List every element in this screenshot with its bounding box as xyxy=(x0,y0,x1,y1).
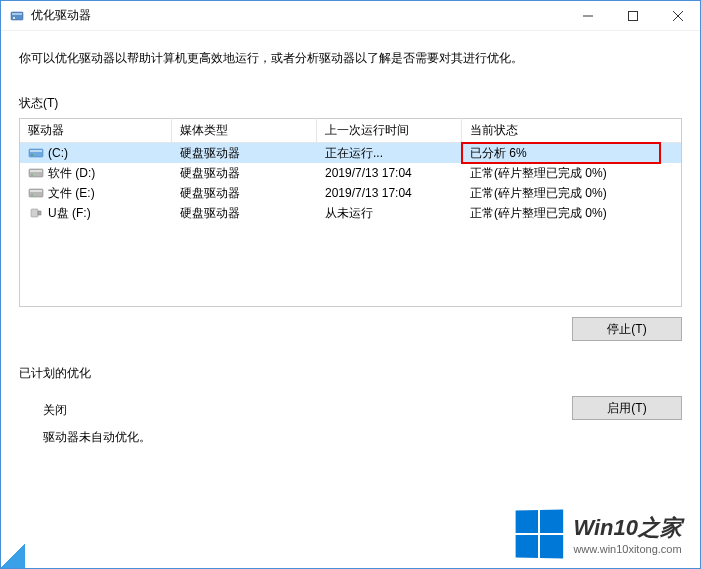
drive-name: U盘 (F:) xyxy=(48,205,91,222)
drive-row[interactable]: (C:)硬盘驱动器正在运行...已分析 6% xyxy=(20,143,681,163)
svg-point-12 xyxy=(31,174,33,176)
watermark-url: www.win10xitong.com xyxy=(573,543,682,555)
schedule-label: 已计划的优化 xyxy=(19,365,682,382)
svg-rect-14 xyxy=(30,190,42,192)
svg-rect-16 xyxy=(31,209,38,217)
watermark: Win10之家 www.win10xitong.com xyxy=(515,510,682,558)
enable-button[interactable]: 启用(T) xyxy=(572,396,682,420)
schedule-status-text: 驱动器未自动优化。 xyxy=(43,429,682,446)
minimize-button[interactable] xyxy=(565,1,610,30)
app-icon xyxy=(9,8,25,24)
svg-rect-4 xyxy=(628,11,637,20)
corner-fold-icon xyxy=(1,544,25,568)
svg-rect-17 xyxy=(38,211,41,215)
stop-button[interactable]: 停止(T) xyxy=(572,317,682,341)
col-header-state[interactable]: 当前状态 xyxy=(462,118,681,143)
status-label: 状态(T) xyxy=(19,95,682,112)
drive-icon xyxy=(28,205,44,221)
action-button-row: 停止(T) xyxy=(19,307,682,351)
drive-media: 硬盘驱动器 xyxy=(172,202,317,225)
window-title: 优化驱动器 xyxy=(31,7,91,24)
drive-lastrun: 正在运行... xyxy=(317,142,462,165)
drive-lastrun: 2019/7/13 17:04 xyxy=(317,163,462,183)
svg-rect-8 xyxy=(30,150,42,152)
windows-logo-icon xyxy=(516,510,564,559)
schedule-box: 关闭 驱动器未自动优化。 启用(T) xyxy=(19,388,682,446)
window-controls xyxy=(565,1,700,30)
maximize-button[interactable] xyxy=(610,1,655,30)
watermark-title: Win10之家 xyxy=(573,513,682,543)
svg-point-2 xyxy=(13,17,15,19)
col-header-lastrun[interactable]: 上一次运行时间 xyxy=(317,118,462,143)
title-bar: 优化驱动器 xyxy=(1,1,700,31)
drive-icon xyxy=(28,185,44,201)
drive-row[interactable]: U盘 (F:)硬盘驱动器从未运行正常(碎片整理已完成 0%) xyxy=(20,203,681,223)
close-button[interactable] xyxy=(655,1,700,30)
drive-state: 正常(碎片整理已完成 0%) xyxy=(462,202,681,225)
description-text: 你可以优化驱动器以帮助计算机更高效地运行，或者分析驱动器以了解是否需要对其进行优… xyxy=(19,49,682,67)
drive-name: 软件 (D:) xyxy=(48,165,95,182)
col-header-drive[interactable]: 驱动器 xyxy=(20,118,172,143)
drive-name: 文件 (E:) xyxy=(48,185,95,202)
column-headers: 驱动器 媒体类型 上一次运行时间 当前状态 xyxy=(20,119,681,143)
col-header-media[interactable]: 媒体类型 xyxy=(172,118,317,143)
drive-name: (C:) xyxy=(48,146,68,160)
svg-point-9 xyxy=(31,154,33,156)
drive-lastrun: 从未运行 xyxy=(317,202,462,225)
drive-icon xyxy=(28,145,44,161)
drive-icon xyxy=(28,165,44,181)
drive-lastrun: 2019/7/13 17:04 xyxy=(317,183,462,203)
svg-point-15 xyxy=(31,194,33,196)
drives-list-box: 驱动器 媒体类型 上一次运行时间 当前状态 (C:)硬盘驱动器正在运行...已分… xyxy=(19,118,682,306)
drive-row[interactable]: 软件 (D:)硬盘驱动器2019/7/13 17:04正常(碎片整理已完成 0%… xyxy=(20,163,681,183)
drive-row[interactable]: 文件 (E:)硬盘驱动器2019/7/13 17:04正常(碎片整理已完成 0%… xyxy=(20,183,681,203)
svg-rect-11 xyxy=(30,170,42,172)
svg-rect-1 xyxy=(12,13,22,15)
